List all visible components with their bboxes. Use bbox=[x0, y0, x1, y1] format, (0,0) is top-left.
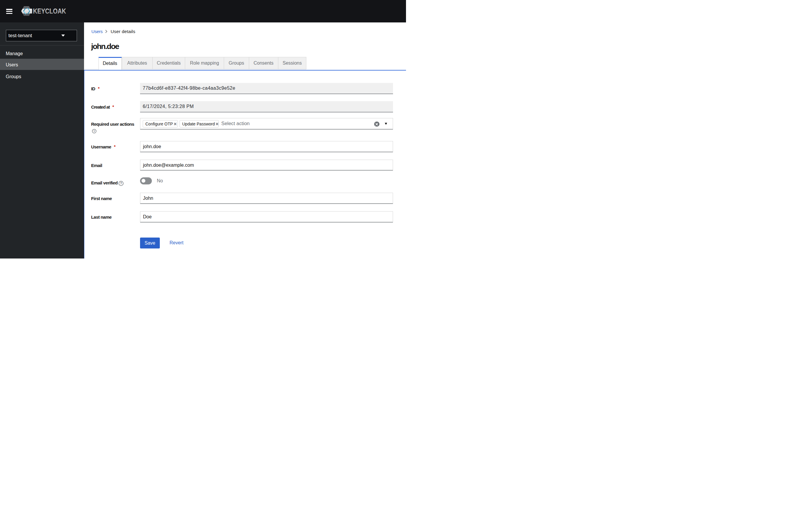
svg-text:KEYCLOAK: KEYCLOAK bbox=[33, 7, 66, 15]
svg-text:?: ? bbox=[120, 182, 122, 185]
svg-text:?: ? bbox=[93, 130, 95, 133]
